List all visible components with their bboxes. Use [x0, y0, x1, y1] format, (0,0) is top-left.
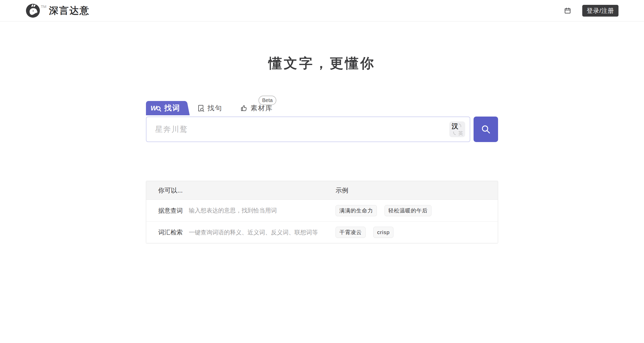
tab-find-word-label: 找词 [164, 103, 180, 113]
example-chip[interactable]: 满满的生命力 [336, 205, 377, 216]
search-box: 汉 英 [146, 117, 470, 142]
navbar: TM 深言达意 登录/注册 [0, 0, 644, 21]
calendar-button[interactable] [564, 7, 571, 14]
word-search-wq-icon: W [151, 104, 162, 112]
trademark-label: TM [41, 4, 46, 9]
tab-find-sentence[interactable]: 找句 [197, 104, 222, 113]
column-header-you-can: 你可以... [146, 186, 336, 195]
search-input[interactable] [155, 125, 449, 134]
example-chip[interactable]: 干霄凌云 [336, 227, 366, 238]
beta-badge: Beta [258, 96, 276, 105]
feature-label: 据意查词 [158, 207, 189, 215]
feature-label: 词汇检索 [158, 228, 189, 236]
column-header-examples: 示例 [336, 186, 498, 195]
main-content: 懂文字，更懂你 W 找词 找句 [0, 56, 644, 243]
search-icon [480, 124, 491, 135]
tab-bar: W 找词 找句 素材库 [146, 101, 498, 115]
table-header-row: 你可以... 示例 [146, 181, 498, 200]
navbar-right: 登录/注册 [564, 5, 618, 17]
table-row: 据意查词 输入想表达的意思，找到恰当用词 满满的生命力 轻松温暖的午后 [146, 200, 498, 221]
lang-chinese-label: 汉 [452, 123, 458, 130]
donkey-logo-icon [26, 3, 40, 18]
thumbs-up-icon [240, 104, 248, 112]
example-chip[interactable]: crisp [373, 227, 393, 238]
brand-name: 深言达意 [49, 6, 90, 15]
feature-description: 一键查询词语的释义、近义词、反义词、联想词等 [189, 228, 318, 236]
page-title: 懂文字，更懂你 [0, 56, 644, 70]
search-bar: 汉 英 [146, 117, 498, 142]
brand[interactable]: TM 深言达意 [26, 3, 90, 18]
search-button[interactable] [474, 117, 498, 142]
lang-english-label: 英 [458, 131, 463, 136]
examples-table: 你可以... 示例 据意查词 输入想表达的意思，找到恰当用词 满满的生命力 轻松… [146, 181, 498, 243]
tab-find-word[interactable]: W 找词 [146, 101, 185, 115]
tab-find-sentence-label: 找句 [207, 104, 222, 113]
table-row: 词汇检索 一键查询词语的释义、近义词、反义词、联想词等 干霄凌云 crisp [146, 221, 498, 243]
feature-description: 输入想表达的意思，找到恰当用词 [189, 207, 277, 214]
document-search-icon [197, 104, 205, 112]
calendar-icon [564, 7, 571, 14]
language-toggle[interactable]: 汉 英 [449, 121, 465, 137]
login-register-button[interactable]: 登录/注册 [582, 5, 618, 17]
example-chip[interactable]: 轻松温暖的午后 [385, 205, 431, 216]
